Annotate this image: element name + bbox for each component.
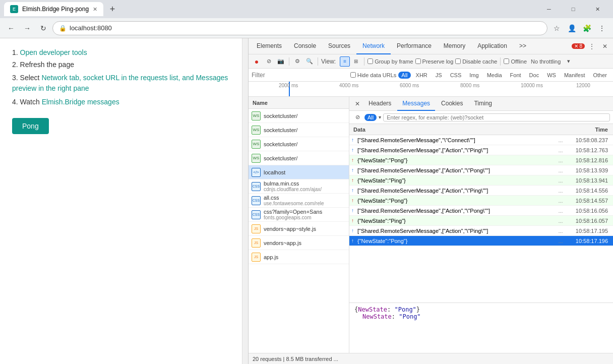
msg-dots-8: ... [556,218,566,224]
request-item-0[interactable]: WS socketcluster/ [249,109,349,123]
video-button[interactable]: 📷 [276,56,286,67]
msg-data-4: {"NewState":"Ping"} [355,177,556,184]
view-group-button[interactable]: ⊞ [351,56,361,67]
maximize-button[interactable]: □ [562,0,585,18]
filter-doc[interactable]: Doc [526,72,542,79]
filter-all[interactable]: All [398,72,410,79]
menu-button[interactable]: ⋮ [595,21,609,35]
message-row-7[interactable]: ↑ ["Shared.RemoteServerMessage",["Action… [349,206,613,216]
filter-manifest[interactable]: Manifest [561,72,588,79]
message-row-6[interactable]: ↑ {"NewState":"Pong"} ... 10:58:14.557 [349,196,613,206]
status-bar: 20 requests | 8.5 MB transferred ... [249,353,613,364]
tab-memory[interactable]: Memory [438,38,471,54]
filter-media[interactable]: Media [484,72,505,79]
message-row-8[interactable]: ↑ {"NewState":"Ping"} ... 10:58:16.057 [349,216,613,226]
filter-font[interactable]: Font [507,72,524,79]
main-area: 1. Open developer tools 2. Refresh the p… [0,38,613,364]
filter-ws[interactable]: WS [544,72,559,79]
request-item-localhost[interactable]: </> localhost [249,165,349,179]
url-display: localhost:8080 [70,24,112,32]
filter-xhr[interactable]: XHR [413,72,431,79]
filter-other[interactable]: Other [590,72,610,79]
filter-css[interactable]: CSS [447,72,465,79]
tab-messages[interactable]: Messages [397,97,435,111]
message-row-3[interactable]: ↑ ["Shared.RemoteServerMessage",["Action… [349,165,613,175]
minimize-button[interactable]: ─ [537,0,561,18]
network-main: Name WS socketcluster/ WS socketcluster/ [249,97,613,353]
request-name-3: socketcluster/ [264,155,297,161]
search-button[interactable]: 🔍 [304,56,315,67]
instruction-1-link[interactable]: Open developer tools [20,48,87,56]
tab-timing[interactable]: Timing [469,97,497,111]
messages-filter-stop[interactable]: ⊘ [352,112,362,123]
record-button[interactable]: ● [252,56,262,67]
messages-filter-all[interactable]: All [364,114,377,121]
back-button[interactable]: ← [4,21,18,35]
filter-button[interactable]: ⚙ [292,56,302,67]
stop-button[interactable]: ⊘ [264,56,274,67]
request-item-opensans[interactable]: CSS css?family=Open+Sans fonts.googleapi… [249,208,349,222]
request-item-allcss[interactable]: CSS all.css use.fontawesome.com/rele [249,194,349,208]
tab-performance[interactable]: Performance [391,38,438,54]
message-row-4[interactable]: ↑ {"NewState":"Ping"} ... 10:58:13.941 [349,175,613,186]
request-item-vendors-style[interactable]: JS vendors~app~style.js [249,222,349,236]
refresh-button[interactable]: ↻ [36,21,50,35]
request-item-bulma[interactable]: CSS bulma.min.css cdnjs.cloudflare.com/a… [249,179,349,194]
new-tab-button[interactable]: + [105,2,119,16]
messages-close-button[interactable]: ✕ [352,99,362,109]
devtools-settings-button[interactable]: ⋮ [586,40,598,52]
msg-time-5: 10:58:14.556 [566,188,611,194]
request-item-2[interactable]: WS socketcluster/ [249,137,349,151]
preserve-log-checkbox[interactable]: Preserve log [415,58,454,65]
hide-data-urls-checkbox[interactable]: Hide data URLs [350,72,397,78]
message-row-2[interactable]: ↑ {"NewState":"Pong"} ... 10:58:12.816 [349,155,613,165]
msg-dots-6: ... [556,198,566,204]
message-row-0[interactable]: ↑ ["Shared.RemoteServerMessage","\"Conne… [349,135,613,145]
address-bar[interactable]: 🔒 localhost:8080 [52,21,547,35]
instruction-3: 3. Select Network tab, socket URL in the… [12,73,230,94]
msg-indicator-4: ↑ [351,177,355,183]
messages-filter-input[interactable] [383,113,610,122]
request-item-vendors-app[interactable]: JS vendors~app.js [249,236,349,250]
msg-indicator-6: ↑ [351,198,355,203]
msg-dots-3: ... [556,167,566,173]
offline-checkbox[interactable]: Offline [504,58,527,65]
filter-input[interactable] [252,72,348,79]
hide-data-urls-label: Hide data URLs [357,72,397,78]
tab-sources[interactable]: Sources [322,38,356,54]
request-item-1[interactable]: WS socketcluster/ [249,123,349,137]
tab-elements[interactable]: Elements [251,38,288,54]
filter-js[interactable]: JS [433,72,445,79]
devtools-close-button[interactable]: ✕ [599,40,611,52]
message-row-9[interactable]: ↑ ["Shared.RemoteServerMessage",["Action… [349,226,613,236]
message-row-10[interactable]: ↑ {"NewState":"Pong"} ... 10:58:17.196 [349,236,613,246]
msg-data-6: {"NewState":"Pong"} [355,198,556,204]
page-scrollbar[interactable] [242,38,248,364]
message-row-1[interactable]: ↑ ["Shared.RemoteServerMessage",["Action… [349,145,613,155]
request-item-3[interactable]: WS socketcluster/ [249,151,349,165]
tab-console[interactable]: Console [288,38,322,54]
tab-headers[interactable]: Headers [363,97,396,111]
browser-tab[interactable]: E Elmish.Bridge Ping-pong ✕ [4,2,103,16]
disable-cache-checkbox[interactable]: Disable cache [455,58,497,65]
throttling-dropdown[interactable]: ▾ [564,56,574,67]
tab-application[interactable]: Application [471,38,513,54]
pong-button[interactable]: Pong [12,118,49,134]
tab-close-button[interactable]: ✕ [93,6,97,13]
close-button[interactable]: ✕ [586,0,609,18]
request-item-appjs[interactable]: JS app.js [249,250,349,264]
message-row-5[interactable]: ↑ ["Shared.RemoteServerMessage",["Action… [349,186,613,196]
bookmark-button[interactable]: ☆ [549,21,564,35]
tab-network[interactable]: Network [356,38,391,54]
name-column-header: Name [253,100,268,106]
group-by-frame-checkbox[interactable]: Group by frame [367,58,413,65]
filter-img[interactable]: Img [466,72,481,79]
disable-cache-label: Disable cache [462,58,497,65]
profile-button[interactable]: 👤 [565,21,579,35]
extensions-button[interactable]: 🧩 [580,21,594,35]
tab-cookies[interactable]: Cookies [436,97,468,111]
view-list-button[interactable]: ≡ [340,56,350,67]
forward-button[interactable]: → [20,21,34,35]
toolbar-divider-4 [500,57,501,66]
tab-more[interactable]: >> [513,38,532,54]
